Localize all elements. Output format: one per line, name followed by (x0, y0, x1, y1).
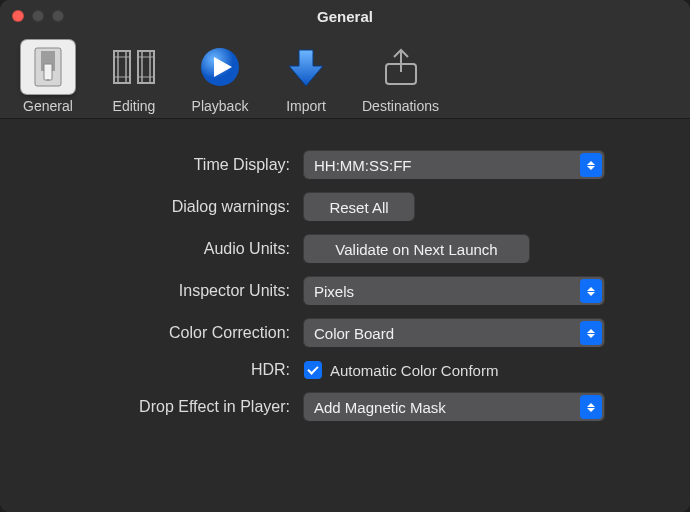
hdr-checkbox[interactable] (304, 361, 322, 379)
reset-all-button[interactable]: Reset All (304, 193, 414, 221)
minimize-icon[interactable] (32, 10, 44, 22)
chevron-up-down-icon (580, 395, 602, 419)
maximize-icon[interactable] (52, 10, 64, 22)
drop-effect-value: Add Magnetic Mask (314, 399, 446, 416)
drop-effect-select[interactable]: Add Magnetic Mask (304, 393, 604, 421)
chevron-up-down-icon (580, 321, 602, 345)
toolbar-item-general[interactable]: General (18, 40, 78, 114)
hdr-checkbox-label: Automatic Color Conform (330, 362, 498, 379)
toolbar-item-label: General (23, 98, 73, 114)
inspector-units-label: Inspector Units: (40, 282, 290, 300)
time-display-value: HH:MM:SS:FF (314, 157, 412, 174)
validate-label: Validate on Next Launch (335, 241, 497, 258)
reset-all-label: Reset All (329, 199, 388, 216)
dialog-warnings-label: Dialog warnings: (40, 198, 290, 216)
traffic-lights (12, 10, 64, 22)
color-correction-label: Color Correction: (40, 324, 290, 342)
close-icon[interactable] (12, 10, 24, 22)
toolbar-item-playback[interactable]: Playback (190, 40, 250, 114)
svg-rect-4 (114, 51, 130, 83)
checkmark-icon (307, 363, 318, 374)
toolbar-item-import[interactable]: Import (276, 40, 336, 114)
toolbar-item-label: Destinations (362, 98, 439, 114)
window-title: General (317, 8, 373, 25)
toolbar-item-destinations[interactable]: Destinations (362, 40, 439, 114)
color-correction-select[interactable]: Color Board (304, 319, 604, 347)
preferences-form: Time Display: HH:MM:SS:FF Dialog warning… (0, 119, 690, 512)
svg-rect-2 (44, 64, 52, 80)
audio-units-label: Audio Units: (40, 240, 290, 258)
validate-button[interactable]: Validate on Next Launch (304, 235, 529, 263)
toolbar-item-label: Playback (192, 98, 249, 114)
time-display-label: Time Display: (40, 156, 290, 174)
inspector-units-value: Pixels (314, 283, 354, 300)
destinations-icon (374, 40, 428, 94)
drop-effect-label: Drop Effect in Player: (40, 398, 290, 416)
hdr-label: HDR: (40, 361, 290, 379)
titlebar: General (0, 0, 690, 32)
inspector-units-select[interactable]: Pixels (304, 277, 604, 305)
toolbar-item-label: Editing (113, 98, 156, 114)
color-correction-value: Color Board (314, 325, 394, 342)
svg-rect-5 (138, 51, 154, 83)
chevron-up-down-icon (580, 153, 602, 177)
chevron-up-down-icon (580, 279, 602, 303)
toolbar: General Editing (0, 32, 690, 119)
window: General General (0, 0, 690, 512)
general-icon (21, 40, 75, 94)
playback-icon (193, 40, 247, 94)
svg-point-3 (47, 79, 49, 81)
time-display-select[interactable]: HH:MM:SS:FF (304, 151, 604, 179)
svg-marker-16 (289, 50, 323, 86)
toolbar-item-editing[interactable]: Editing (104, 40, 164, 114)
toolbar-item-label: Import (286, 98, 326, 114)
import-icon (279, 40, 333, 94)
editing-icon (107, 40, 161, 94)
